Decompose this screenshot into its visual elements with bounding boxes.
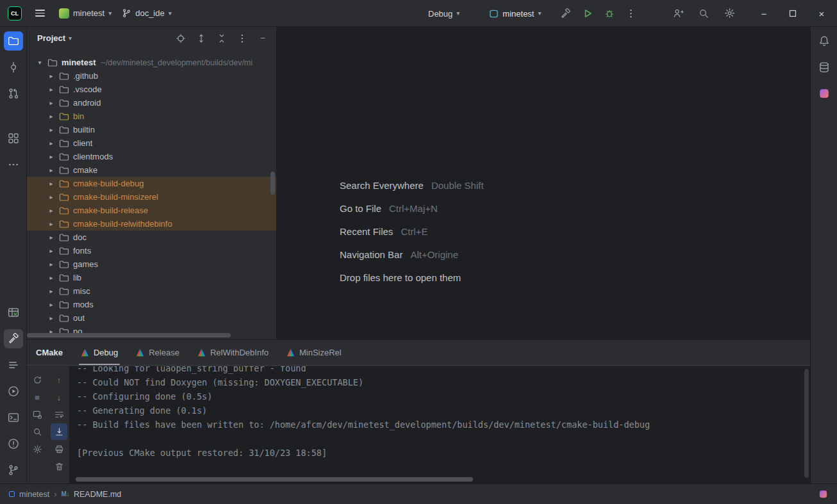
tree-item[interactable]: ▸ games [27,257,276,271]
project-widget[interactable]: minetest ▾ [54,5,117,22]
hide-panel-button[interactable]: − [256,31,270,45]
chevron-down-icon[interactable]: ▾ [69,35,72,42]
run-button[interactable] [579,4,597,22]
tree-item[interactable]: ▸ .github [27,69,276,83]
ai-assistant-button[interactable] [815,84,834,103]
find-in-output-button[interactable] [29,423,46,440]
tree-item[interactable]: ▸ fonts [27,244,276,257]
panel-options-button[interactable]: ⋮ [235,31,249,45]
build-button[interactable] [557,4,575,22]
chevron-right-icon[interactable]: ▸ [46,301,56,308]
ai-statusbar-button[interactable] [818,489,828,499]
table-file-tool-button[interactable] [4,303,23,322]
main-menu-button[interactable] [31,4,49,22]
commit-tool-button[interactable] [4,58,23,77]
vertical-scrollbar-thumb[interactable] [804,369,809,478]
project-panel-title[interactable]: Project [37,33,65,43]
more-actions-button[interactable]: ⋮ [622,4,640,22]
database-tool-button[interactable] [815,58,834,77]
chevron-right-icon[interactable]: ▸ [46,167,56,174]
structure-tool-button[interactable] [4,129,23,148]
version-control-tool-button[interactable] [4,460,23,480]
close-button[interactable]: × [816,8,827,19]
reload-cmake-button[interactable] [29,371,46,388]
chevron-right-icon[interactable]: ▸ [46,72,56,79]
debug-button[interactable] [601,4,618,22]
terminal-tool-button[interactable] [4,408,23,427]
tree-root-row[interactable]: ▾ minetest ~/dev/minetest_development/bu… [27,56,276,69]
tree-item[interactable]: ▸ lib [27,271,276,284]
chevron-right-icon[interactable]: ▸ [46,193,56,200]
tree-item[interactable]: ▸ cmake-build-debug [27,177,276,190]
scroll-to-end-button[interactable] [51,423,67,440]
minimize-button[interactable]: − [759,8,769,19]
chevron-right-icon[interactable]: ▸ [46,207,56,214]
settings-button[interactable] [720,4,738,22]
cmake-profile-tab[interactable]: RelWithDebInfo [197,340,269,365]
notifications-button[interactable] [815,31,834,51]
soft-wrap-button[interactable] [51,406,67,423]
tree-item[interactable]: ▸ cmake [27,163,276,177]
tree-item[interactable]: ▸ .vscode [27,83,276,96]
tree-item[interactable]: ▸ cmake-build-minsizerel [27,190,276,204]
tree-item[interactable]: ▸ mods [27,298,276,311]
code-with-me-button[interactable] [669,4,687,22]
chevron-right-icon[interactable]: ▸ [46,274,56,281]
chevron-right-icon[interactable]: ▸ [46,113,56,120]
print-button[interactable] [51,441,67,457]
chevron-right-icon[interactable]: ▸ [46,99,56,106]
breadcrumb-file[interactable]: README.md [74,490,121,499]
console-settings-button[interactable] [29,441,46,457]
stop-button[interactable]: ■ [29,389,46,405]
maximize-button[interactable] [788,8,798,19]
cmake-profile-tab[interactable]: Release [136,340,179,365]
run-tool-button[interactable] [4,382,23,401]
more-tool-windows-button[interactable] [4,155,23,174]
scroll-up-button[interactable]: ↑ [51,371,67,388]
vcs-branch-widget[interactable]: doc_ide ▾ [117,5,177,21]
tree-item[interactable]: ▸ android [27,96,276,110]
tree-item[interactable]: ▸ client [27,136,276,150]
tree-item[interactable]: ▸ clientmods [27,150,276,163]
expand-all-button[interactable] [194,31,208,45]
vertical-scrollbar-thumb[interactable] [270,172,275,195]
chevron-right-icon[interactable]: ▸ [46,86,56,93]
chevron-right-icon[interactable]: ▸ [46,140,56,147]
run-configuration-selector[interactable]: minetest ▾ [484,6,546,22]
chevron-right-icon[interactable]: ▸ [46,153,56,160]
cmake-profile-tab[interactable]: Debug [81,340,118,365]
cmake-console[interactable]: -- Looking for luaopen_string_buffer - f… [69,366,810,484]
chevron-right-icon[interactable]: ▸ [46,126,56,133]
tree-item[interactable]: ▸ bin [27,110,276,123]
tree-item[interactable]: ▸ cmake-build-relwithdebinfo [27,217,276,231]
horizontal-scrollbar-thumb[interactable] [76,477,473,482]
chevron-right-icon[interactable]: ▸ [46,314,56,321]
cmake-tool-button[interactable] [4,329,23,348]
tree-item[interactable]: ▸ doc [27,231,276,244]
pull-requests-tool-button[interactable] [4,84,23,103]
chevron-right-icon[interactable]: ▸ [46,288,56,295]
todo-tool-button[interactable] [4,355,23,375]
clear-all-button[interactable] [51,458,67,475]
tree-item[interactable]: ▸ cmake-build-release [27,204,276,217]
tree-item[interactable]: ▸ misc [27,284,276,298]
chevron-right-icon[interactable]: ▸ [46,220,56,227]
chevron-right-icon[interactable]: ▸ [46,247,56,254]
horizontal-scrollbar-thumb[interactable] [27,333,231,337]
chevron-right-icon[interactable]: ▸ [46,261,56,268]
search-everywhere-button[interactable] [695,4,713,22]
chevron-down-icon[interactable]: ▾ [35,59,45,66]
tree-item[interactable]: ▸ out [27,311,276,325]
build-type-selector[interactable]: Debug ▾ [423,6,465,22]
locate-file-button[interactable] [174,31,188,45]
chevron-right-icon[interactable]: ▸ [46,234,56,241]
breadcrumb-project[interactable]: minetest [19,490,49,499]
tree-item[interactable]: ▸ builtin [27,123,276,136]
project-tool-button[interactable] [4,31,23,51]
cmake-profile-tab[interactable]: MinSizeRel [286,340,342,365]
problems-tool-button[interactable] [4,434,23,453]
scroll-down-button[interactable]: ↓ [51,389,67,405]
chevron-right-icon[interactable]: ▸ [46,180,56,187]
cmake-settings-button[interactable] [29,406,46,423]
collapse-all-button[interactable] [215,31,229,45]
